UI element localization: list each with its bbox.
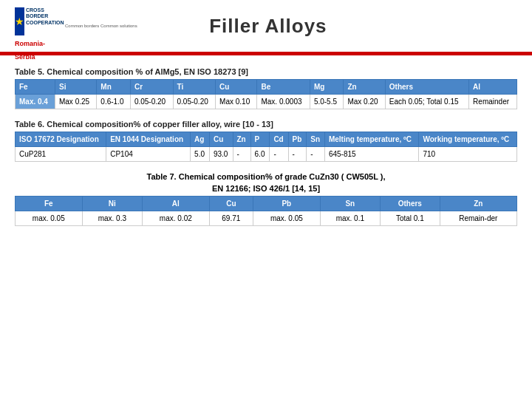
table-row: CuP281 CP104 5.0 93.0 - 6.0 - - - 645-81… xyxy=(16,147,517,162)
t6-col-sn: Sn xyxy=(307,132,325,147)
table-row: Max. 0.4 Max 0.25 0.6-1.0 0.05-0.20 0.05… xyxy=(16,95,517,109)
t7-col-ni: Ni xyxy=(82,197,142,211)
t7-col-fe: Fe xyxy=(16,197,83,211)
t5-r1-ti: 0.05-0.20 xyxy=(173,95,216,109)
t6-col-cd: Cd xyxy=(270,132,288,147)
table5-col-al: Al xyxy=(469,80,517,95)
table5-section: Table 5. Chemical composition % of AlMg5… xyxy=(15,67,517,109)
t5-r1-others: Each 0.05; Total 0.15 xyxy=(385,95,468,109)
t6-r1-work: 710 xyxy=(419,147,517,162)
t5-r1-cu: Max 0.10 xyxy=(216,95,257,109)
table5-title: Table 5. Chemical composition % of AlMg5… xyxy=(15,67,517,76)
t6-col-ag: Ag xyxy=(191,132,210,147)
table5-col-ti: Ti xyxy=(173,80,216,95)
t6-col-en: EN 1044 Designation xyxy=(106,132,191,147)
table6-section: Table 6. Chemical composition% of copper… xyxy=(15,120,517,162)
t5-r1-mg: 5.0-5.5 xyxy=(310,95,344,109)
table5-col-cu: Cu xyxy=(216,80,257,95)
t6-col-melt: Melting temperature, ºC xyxy=(324,132,419,147)
t7-r1-fe: max. 0.05 xyxy=(16,211,83,226)
t7-r1-cu: 69.71 xyxy=(209,211,253,226)
t7-col-others: Others xyxy=(381,197,440,211)
eu-flag-icon: ★ xyxy=(15,7,24,35)
table6-header-row: ISO 17672 Designation EN 1044 Designatio… xyxy=(16,132,517,147)
t6-col-cu: Cu xyxy=(209,132,233,147)
t6-r1-pb: - xyxy=(288,147,307,162)
table7-title2: EN 12166; ISO 426/1 [14, 15] xyxy=(15,184,517,193)
t7-r1-zn: Remain-der xyxy=(440,211,516,226)
t7-col-al: Al xyxy=(143,197,210,211)
table5-header-row: Fe Si Mn Cr Ti Cu Be Mg Zn Others Al xyxy=(16,80,517,95)
t7-r1-sn: max. 0.1 xyxy=(320,211,380,226)
table5-col-si: Si xyxy=(55,80,96,95)
table7-section: Table 7. Chemical composition% of grade … xyxy=(15,172,517,226)
header: ★ CROSS BORDER COOPERATION Romania-Serbi… xyxy=(0,0,532,54)
t5-r1-mn: 0.6-1.0 xyxy=(97,95,131,109)
t7-r1-pb: max. 0.05 xyxy=(253,211,321,226)
logo-subtitle: Common borders Common solutions xyxy=(65,24,137,28)
t6-r1-cd: - xyxy=(270,147,288,162)
t6-r1-cu: 93.0 xyxy=(209,147,233,162)
t6-col-p: P xyxy=(250,132,270,147)
t6-col-iso: ISO 17672 Designation xyxy=(16,132,106,147)
t7-col-pb: Pb xyxy=(253,197,321,211)
t6-r1-p: 6.0 xyxy=(250,147,270,162)
t6-r1-zn: - xyxy=(233,147,250,162)
table5-col-cr: Cr xyxy=(130,80,173,95)
table6-title: Table 6. Chemical composition% of copper… xyxy=(15,120,517,129)
logo-area: ★ CROSS BORDER COOPERATION Romania-Serbi… xyxy=(15,7,137,44)
t6-col-pb: Pb xyxy=(288,132,307,147)
content-area: Table 5. Chemical composition % of AlMg5… xyxy=(0,60,532,244)
t6-col-zn: Zn xyxy=(233,132,250,147)
t7-r1-others: Total 0.1 xyxy=(381,211,440,226)
table5-col-others: Others xyxy=(385,80,468,95)
table6: ISO 17672 Designation EN 1044 Designatio… xyxy=(15,132,517,162)
t5-r1-cr: 0.05-0.20 xyxy=(130,95,173,109)
t7-col-zn: Zn xyxy=(440,197,516,211)
logo-country: Romania-Serbia xyxy=(15,35,59,62)
t5-r1-fe: Max. 0.4 xyxy=(16,95,55,109)
t5-r1-si: Max 0.25 xyxy=(55,95,96,109)
logo-box: ★ CROSS BORDER COOPERATION Romania-Serbi… xyxy=(15,7,59,44)
table5-col-be: Be xyxy=(257,80,310,95)
table5: Fe Si Mn Cr Ti Cu Be Mg Zn Others Al Max… xyxy=(15,79,517,109)
t7-r1-al: max. 0.02 xyxy=(143,211,210,226)
t5-r1-be: Max. 0.0003 xyxy=(257,95,310,109)
table7-header-row: Fe Ni Al Cu Pb Sn Others Zn xyxy=(16,197,517,211)
table5-col-mn: Mn xyxy=(97,80,131,95)
table7-title1: Table 7. Chemical composition% of grade … xyxy=(15,172,517,181)
table5-col-fe: Fe xyxy=(16,80,55,95)
t6-r1-en: CP104 xyxy=(106,147,191,162)
t6-r1-iso: CuP281 xyxy=(16,147,106,162)
table-row: max. 0.05 max. 0.3 max. 0.02 69.71 max. … xyxy=(16,211,517,226)
t7-col-cu: Cu xyxy=(209,197,253,211)
t7-col-sn: Sn xyxy=(320,197,380,211)
t7-r1-ni: max. 0.3 xyxy=(82,211,142,226)
t6-r1-sn: - xyxy=(307,147,325,162)
logo-text: CROSS BORDER COOPERATION xyxy=(26,7,64,26)
t5-r1-al: Remainder xyxy=(469,95,517,109)
t6-col-work: Working temperature, ºC xyxy=(419,132,517,147)
page-title: Filler Alloys xyxy=(137,15,399,38)
header-divider xyxy=(0,54,532,55)
table5-col-zn: Zn xyxy=(344,80,385,95)
t6-r1-ag: 5.0 xyxy=(191,147,210,162)
table7: Fe Ni Al Cu Pb Sn Others Zn max. 0.05 ma… xyxy=(15,196,517,226)
t5-r1-zn: Max 0.20 xyxy=(344,95,385,109)
table5-col-mg: Mg xyxy=(310,80,344,95)
t6-r1-melt: 645-815 xyxy=(324,147,419,162)
